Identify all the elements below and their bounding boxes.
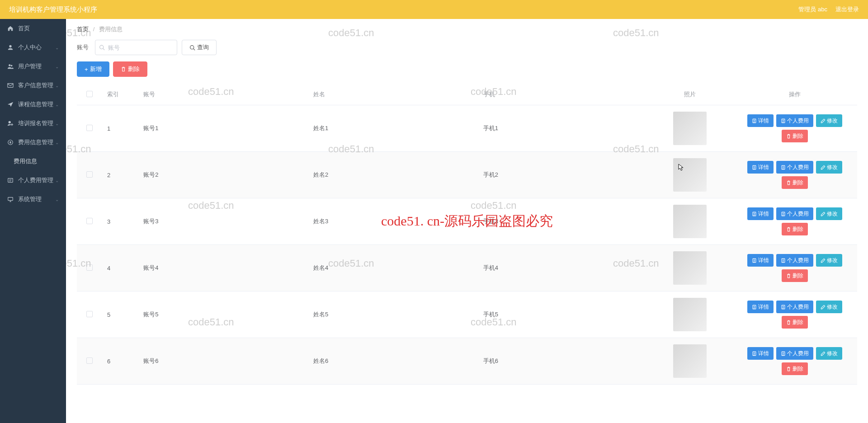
chevron-down-icon: ⌄ <box>55 64 59 69</box>
document-icon <box>752 258 757 263</box>
delete-button[interactable]: 删除 <box>113 61 147 77</box>
row-checkbox[interactable] <box>86 171 93 178</box>
system-icon <box>7 196 14 202</box>
sidebar-item-2[interactable]: 用户管理⌄ <box>0 57 66 76</box>
photo-thumbnail[interactable] <box>673 344 707 378</box>
sidebar-item-label: 课程信息管理 <box>18 100 53 108</box>
edit-button[interactable]: 修改 <box>816 207 842 220</box>
personal-fee-button[interactable]: 个人费用 <box>776 301 813 313</box>
sidebar-item-8[interactable]: 系统管理⌄ <box>0 190 66 209</box>
photo-thumbnail[interactable] <box>673 251 707 285</box>
account-search-input[interactable] <box>95 40 177 55</box>
sidebar: 首页个人中心⌄用户管理⌄客户信息管理⌄课程信息管理⌄培训报名管理⌄费用信息管理⌄… <box>0 19 66 423</box>
app-header: 培训机构客户管理系统小程序 管理员 abc 退出登录 <box>0 0 868 19</box>
cell-index: 4 <box>102 245 138 291</box>
document-icon <box>752 351 757 356</box>
personal-fee-button[interactable]: 个人费用 <box>776 161 813 174</box>
cell-index: 5 <box>102 291 138 338</box>
filter-row: 账号 查询 <box>77 40 857 55</box>
edit-icon <box>821 351 826 356</box>
chevron-down-icon: ⌄ <box>55 83 59 88</box>
personal-fee-button[interactable]: 个人费用 <box>776 254 813 267</box>
sidebar-item-3[interactable]: 客户信息管理⌄ <box>0 76 66 95</box>
personal-fee-button[interactable]: 个人费用 <box>776 114 813 127</box>
cell-name: 姓名2 <box>308 152 478 198</box>
mail-icon <box>7 82 14 89</box>
col-account: 账号 <box>138 84 308 105</box>
cell-phone: 手机1 <box>478 105 648 152</box>
edit-icon <box>821 212 826 216</box>
users-icon <box>7 63 14 70</box>
detail-button[interactable]: 详情 <box>747 301 774 313</box>
cell-account: 账号3 <box>138 198 308 245</box>
sidebar-subitem[interactable]: 费用信息 <box>0 152 66 171</box>
row-delete-button[interactable]: 删除 <box>782 223 808 235</box>
query-button[interactable]: 查询 <box>182 40 217 55</box>
row-checkbox[interactable] <box>86 218 93 224</box>
cell-index: 2 <box>102 152 138 198</box>
chevron-down-icon: ⌄ <box>55 197 59 202</box>
action-row: + 新增 删除 <box>77 61 857 77</box>
photo-thumbnail[interactable] <box>673 158 707 192</box>
cell-name: 姓名1 <box>308 105 478 152</box>
detail-button[interactable]: 详情 <box>747 207 774 220</box>
photo-thumbnail[interactable] <box>673 112 707 145</box>
col-photo: 照片 <box>648 84 733 105</box>
sidebar-item-0[interactable]: 首页 <box>0 19 66 38</box>
row-delete-button[interactable]: 删除 <box>782 130 808 142</box>
admin-label[interactable]: 管理员 abc <box>798 5 827 14</box>
sidebar-item-4[interactable]: 课程信息管理⌄ <box>0 95 66 114</box>
edit-button[interactable]: 修改 <box>816 301 842 313</box>
edit-icon <box>821 165 826 170</box>
edit-button[interactable]: 修改 <box>816 161 842 174</box>
sidebar-item-5[interactable]: 培训报名管理⌄ <box>0 114 66 133</box>
cell-phone: 手机3 <box>478 198 648 245</box>
sidebar-item-label: 首页 <box>18 24 30 33</box>
document-icon <box>752 212 757 216</box>
sidebar-item-label: 用户管理 <box>18 62 42 70</box>
detail-button[interactable]: 详情 <box>747 161 774 174</box>
sidebar-item-6[interactable]: 费用信息管理⌄ <box>0 133 66 152</box>
personal-fee-button[interactable]: 个人费用 <box>776 347 813 360</box>
edit-icon <box>821 118 826 123</box>
svg-line-9 <box>103 48 104 50</box>
row-delete-button[interactable]: 删除 <box>782 176 808 189</box>
sidebar-item-7[interactable]: 个人费用管理⌄ <box>0 171 66 190</box>
row-checkbox[interactable] <box>86 357 93 364</box>
col-phone: 手机 <box>478 84 648 105</box>
table-row: 3 账号3 姓名3 手机3 详情 个人费用 修改 删除 <box>77 198 857 245</box>
chevron-down-icon: ⌄ <box>55 140 59 145</box>
document-icon <box>781 258 786 263</box>
row-delete-button[interactable]: 删除 <box>782 316 808 329</box>
photo-thumbnail[interactable] <box>673 205 707 238</box>
svg-point-2 <box>11 65 13 67</box>
row-checkbox[interactable] <box>86 264 93 271</box>
detail-button[interactable]: 详情 <box>747 347 774 360</box>
breadcrumb-home[interactable]: 首页 <box>77 26 89 33</box>
svg-point-10 <box>190 45 194 49</box>
detail-button[interactable]: 详情 <box>747 114 774 127</box>
photo-thumbnail[interactable] <box>673 298 707 331</box>
row-checkbox[interactable] <box>86 125 93 131</box>
personal-fee-button[interactable]: 个人费用 <box>776 207 813 220</box>
select-all-checkbox[interactable] <box>86 91 93 97</box>
row-delete-button[interactable]: 删除 <box>782 269 808 282</box>
trash-icon <box>786 227 791 232</box>
cell-account: 账号2 <box>138 152 308 198</box>
row-checkbox[interactable] <box>86 311 93 317</box>
sidebar-item-label: 个人费用管理 <box>18 176 53 184</box>
sidebar-item-1[interactable]: 个人中心⌄ <box>0 38 66 57</box>
home-icon <box>7 25 14 32</box>
document-icon <box>781 118 786 123</box>
edit-button[interactable]: 修改 <box>816 347 842 360</box>
logout-link[interactable]: 退出登录 <box>835 5 859 14</box>
add-button[interactable]: + 新增 <box>77 61 109 77</box>
edit-button[interactable]: 修改 <box>816 114 842 127</box>
svg-point-1 <box>9 64 10 66</box>
chevron-down-icon: ⌄ <box>55 45 59 50</box>
edit-button[interactable]: 修改 <box>816 254 842 267</box>
detail-button[interactable]: 详情 <box>747 254 774 267</box>
row-delete-button[interactable]: 删除 <box>782 362 808 375</box>
svg-rect-3 <box>8 84 13 88</box>
cell-phone: 手机4 <box>478 245 648 291</box>
